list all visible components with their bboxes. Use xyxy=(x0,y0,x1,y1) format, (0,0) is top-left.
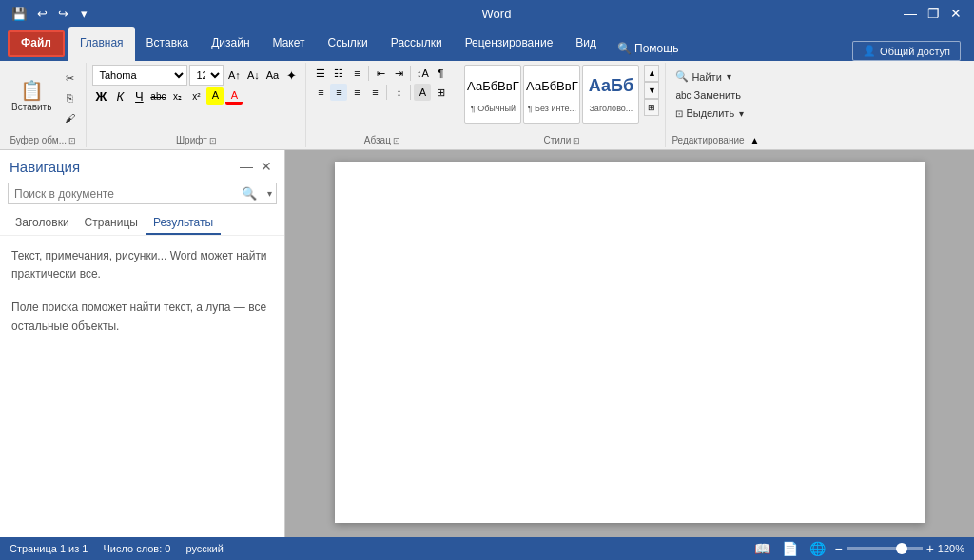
sort-button[interactable]: ↕A xyxy=(414,65,431,82)
underline-button[interactable]: Ч xyxy=(130,87,147,105)
nav-tab-pages[interactable]: Страницы xyxy=(77,212,146,235)
style-no-spacing[interactable]: АаБбВвГ ¶ Без инте... xyxy=(523,65,580,124)
nav-search-dropdown[interactable]: ▾ xyxy=(263,185,276,202)
ribbon-group-editing: 🔍 Найти ▾ abc Заменить ⊡ Выделить ▾ Реда… xyxy=(666,63,765,147)
styles-scroll: ▲ ▼ ⊞ xyxy=(644,65,659,116)
tab-file[interactable]: Файл xyxy=(8,30,65,57)
line-spacing-button[interactable]: ↕ xyxy=(390,84,407,101)
style-heading1-preview: АаБб xyxy=(589,68,633,104)
zoom-level: 120% xyxy=(938,543,964,554)
zoom-in-button[interactable]: + xyxy=(926,541,934,556)
styles-group-label: Стили ⊡ xyxy=(464,133,659,145)
nav-search-button[interactable]: 🔍 xyxy=(236,183,263,203)
ribbon-group-font: Tahoma 12 A↑ A↓ Aa ✦ Ж К Ч abc x₂ x² A A xyxy=(87,63,306,147)
bold-button[interactable]: Ж xyxy=(92,87,109,105)
styles-scroll-up[interactable]: ▲ xyxy=(644,65,659,82)
paste-button[interactable]: 📋 Вставить xyxy=(6,65,57,127)
status-language: русский xyxy=(185,543,223,554)
increase-indent-button[interactable]: ⇥ xyxy=(390,65,407,82)
styles-scroll-down[interactable]: ▼ xyxy=(644,82,659,99)
align-left-button[interactable]: ≡ xyxy=(312,84,329,101)
web-layout-button[interactable]: 🌐 xyxy=(807,540,828,557)
nav-header-buttons: — ✕ xyxy=(237,158,275,175)
print-layout-button[interactable]: 📄 xyxy=(779,540,801,557)
redo-button[interactable]: ↪ xyxy=(53,4,72,23)
style-normal[interactable]: АаБбВвГ ¶ Обычный xyxy=(464,65,521,124)
nav-content: Текст, примечания, рисунки... Word может… xyxy=(0,236,284,362)
decrease-font-button[interactable]: A↓ xyxy=(244,67,262,84)
format-painter-button[interactable]: 🖌 xyxy=(59,108,80,127)
save-button[interactable]: 💾 xyxy=(8,2,30,25)
paragraph-group-label: Абзац ⊡ xyxy=(312,133,452,145)
clipboard-dialog-icon[interactable]: ⊡ xyxy=(68,136,76,145)
font-color-button[interactable]: A xyxy=(225,87,243,105)
subscript-button[interactable]: x₂ xyxy=(168,87,185,105)
nav-minimize-button[interactable]: — xyxy=(237,158,256,175)
tab-help[interactable]: 🔍 Помощь xyxy=(608,36,688,61)
styles-expand[interactable]: ⊞ xyxy=(644,99,659,116)
tab-mailings[interactable]: Рассылки xyxy=(380,27,454,61)
styles-dialog-icon[interactable]: ⊡ xyxy=(573,136,580,145)
strikethrough-button[interactable]: abc xyxy=(149,87,166,105)
copy-button[interactable]: ⎘ xyxy=(59,88,80,107)
paragraph-dialog-icon[interactable]: ⊡ xyxy=(393,136,400,145)
decrease-indent-button[interactable]: ⇤ xyxy=(372,65,389,82)
title-bar: 💾 ↩ ↪ ▾ Word — ❐ ✕ xyxy=(0,0,974,27)
nav-search-input[interactable] xyxy=(9,184,236,203)
navigation-panel: Навигация — ✕ 🔍 ▾ Заголовки Страницы Рез… xyxy=(0,150,285,537)
tab-references[interactable]: Ссылки xyxy=(317,27,380,61)
minimize-button[interactable]: — xyxy=(900,3,921,24)
status-words: Число слов: 0 xyxy=(103,543,170,554)
replace-button[interactable]: abc Заменить xyxy=(672,87,748,103)
nav-close-button[interactable]: ✕ xyxy=(258,158,275,175)
font-size-select[interactable]: 12 xyxy=(189,65,224,86)
nav-content-line2: Поле поиска поможет найти текст, а лупа … xyxy=(11,299,273,335)
align-center-button[interactable]: ≡ xyxy=(330,84,347,101)
undo-button[interactable]: ↩ xyxy=(32,4,51,23)
tab-layout[interactable]: Макет xyxy=(262,27,317,61)
align-right-button[interactable]: ≡ xyxy=(348,84,365,101)
tab-insert[interactable]: Вставка xyxy=(135,27,201,61)
editing-group-label: Редактирование ▲ xyxy=(672,133,759,145)
justify-button[interactable]: ≡ xyxy=(366,84,383,101)
customize-quick-access[interactable]: ▾ xyxy=(74,4,93,23)
paste-icon: 📋 xyxy=(20,81,44,100)
nav-tab-results[interactable]: Результаты xyxy=(146,212,221,235)
tab-view[interactable]: Вид xyxy=(564,27,608,61)
help-icon: 🔍 xyxy=(617,42,632,55)
increase-font-button[interactable]: A↑ xyxy=(225,67,243,84)
shading-button[interactable]: A xyxy=(414,84,431,101)
find-button[interactable]: 🔍 Найти ▾ xyxy=(672,68,748,85)
bullets-button[interactable]: ☰ xyxy=(312,65,329,82)
tab-review[interactable]: Рецензирование xyxy=(454,27,565,61)
zoom-slider[interactable] xyxy=(847,547,923,550)
numbering-button[interactable]: ☷ xyxy=(330,65,347,82)
share-button[interactable]: 👤 Общий доступ xyxy=(852,41,961,61)
highlight-button[interactable]: A xyxy=(206,87,224,105)
nav-tab-headings[interactable]: Заголовки xyxy=(8,212,77,235)
font-dialog-icon[interactable]: ⊡ xyxy=(209,136,217,145)
superscript-button[interactable]: x² xyxy=(187,87,205,105)
italic-button[interactable]: К xyxy=(111,87,128,105)
maximize-button[interactable]: ❐ xyxy=(923,3,944,24)
borders-button[interactable]: ⊞ xyxy=(432,84,449,101)
cut-button[interactable]: ✂ xyxy=(59,68,80,87)
show-marks-button[interactable]: ¶ xyxy=(432,65,449,82)
document-page[interactable] xyxy=(335,162,925,523)
tab-design[interactable]: Дизайн xyxy=(200,27,261,61)
multilevel-button[interactable]: ≡ xyxy=(348,65,365,82)
document-area[interactable] xyxy=(285,150,974,537)
select-button[interactable]: ⊡ Выделить ▾ xyxy=(672,106,748,121)
quick-access-toolbar: 💾 ↩ ↪ ▾ xyxy=(8,2,93,25)
read-mode-button[interactable]: 📖 xyxy=(751,540,773,557)
change-case-button[interactable]: Aa xyxy=(263,67,281,84)
window-controls: — ❐ ✕ xyxy=(900,3,966,24)
zoom-out-button[interactable]: − xyxy=(834,541,842,556)
font-family-select[interactable]: Tahoma xyxy=(92,65,187,86)
clear-format-button[interactable]: ✦ xyxy=(282,67,300,84)
select-icon: ⊡ xyxy=(675,108,683,119)
style-heading1[interactable]: АаБб Заголово... xyxy=(582,65,639,124)
tab-home[interactable]: Главная xyxy=(68,27,135,61)
collapse-ribbon-button[interactable]: ▲ xyxy=(750,135,760,145)
close-button[interactable]: ✕ xyxy=(945,3,966,24)
